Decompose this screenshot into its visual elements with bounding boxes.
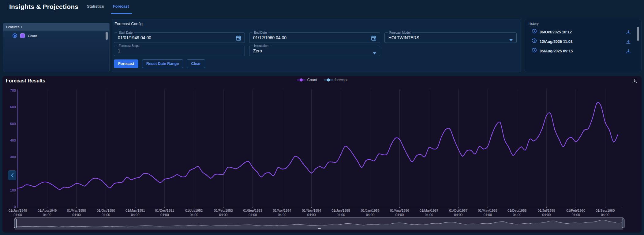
svg-text:01/Jun/1955: 01/Jun/1955 <box>331 209 350 212</box>
history-scrollbar[interactable] <box>637 27 639 41</box>
svg-text:04:00: 04:00 <box>102 213 110 217</box>
history-timestamp: 06/Oct/2025 10:12 <box>540 30 626 34</box>
feature-color-swatch <box>20 33 25 38</box>
chevron-down-icon[interactable] <box>509 37 513 43</box>
svg-text:100: 100 <box>10 188 16 192</box>
forecast-button[interactable]: Forecast <box>114 59 138 68</box>
forecast-results-panel: 01/Jan/194904:0001/Aug/194904:0001/Mar/1… <box>2 76 642 233</box>
svg-text:01/Oct/1957: 01/Oct/1957 <box>449 209 467 212</box>
chevron-down-icon[interactable] <box>373 50 376 56</box>
features-scrollbar[interactable] <box>106 32 108 40</box>
svg-text:04:00: 04:00 <box>366 213 375 217</box>
svg-text:04:00: 04:00 <box>484 213 492 217</box>
svg-text:01/Dec/1951: 01/Dec/1951 <box>155 209 174 212</box>
svg-text:01/Jul/1952: 01/Jul/1952 <box>185 209 203 212</box>
svg-text:01/Jul/1959: 01/Jul/1959 <box>538 209 555 212</box>
svg-text:01/Sep/1953: 01/Sep/1953 <box>243 209 262 212</box>
reset-date-range-button[interactable]: Reset Date Range <box>142 59 183 68</box>
calendar-icon[interactable] <box>235 35 242 42</box>
forecast-config-panel: Forecast Config Start Date 01/01/1949 04… <box>112 19 521 72</box>
svg-text:04:00: 04:00 <box>219 213 228 217</box>
svg-text:01/Jan/1956: 01/Jan/1956 <box>361 209 380 212</box>
history-item[interactable]: 05/Aug/2025 09:15 <box>524 46 641 56</box>
svg-text:01/Mar/1957: 01/Mar/1957 <box>420 209 439 212</box>
slider-center-grip[interactable] <box>318 228 321 229</box>
history-timestamp: 05/Aug/2025 09:15 <box>540 49 626 53</box>
svg-text:01/Mar/1950: 01/Mar/1950 <box>67 209 86 212</box>
svg-text:04:00: 04:00 <box>454 213 463 217</box>
tab-statistics[interactable]: Statistics <box>87 4 104 9</box>
imputation-label: Imputation <box>253 44 270 48</box>
svg-text:400: 400 <box>10 138 16 142</box>
forecast-chart[interactable]: 01/Jan/194904:0001/Aug/194904:0001/Mar/1… <box>2 76 642 233</box>
svg-text:01/May/1951: 01/May/1951 <box>125 209 145 212</box>
svg-text:04:00: 04:00 <box>72 213 81 217</box>
end-date-field[interactable]: End Date 01/12/1960 04:00 <box>249 32 380 43</box>
svg-text:04:00: 04:00 <box>278 213 286 217</box>
download-history-button[interactable] <box>626 49 631 54</box>
svg-text:04:00: 04:00 <box>513 213 522 217</box>
history-clock-icon <box>532 29 537 35</box>
calendar-icon[interactable] <box>371 35 377 42</box>
legend-item-forecast[interactable]: forecast <box>324 78 348 82</box>
svg-text:0: 0 <box>14 205 16 209</box>
svg-text:01/May/1958: 01/May/1958 <box>478 209 498 212</box>
svg-text:04:00: 04:00 <box>249 213 257 217</box>
clear-button[interactable]: Clear <box>187 59 205 68</box>
history-clock-icon <box>532 38 537 45</box>
legend-marker-icon <box>324 78 333 82</box>
slider-handle-right[interactable] <box>622 219 624 228</box>
features-panel: Features 1 Count <box>3 23 110 71</box>
chart-title: Forecast Results <box>6 78 45 84</box>
imputation-select[interactable]: Imputation Zero <box>249 46 380 56</box>
active-tab-indicator <box>111 13 132 14</box>
svg-text:700: 700 <box>10 89 16 92</box>
svg-text:01/Feb/1960: 01/Feb/1960 <box>566 209 585 212</box>
feature-label: Count <box>28 34 37 38</box>
svg-text:01/Sep/1960: 01/Sep/1960 <box>596 209 615 212</box>
svg-text:04:00: 04:00 <box>190 213 198 217</box>
svg-text:01/Aug/1956: 01/Aug/1956 <box>390 209 409 212</box>
download-chart-button[interactable] <box>632 78 637 84</box>
feature-radio[interactable] <box>13 33 17 38</box>
download-history-button[interactable] <box>626 30 631 35</box>
forecast-steps-field[interactable]: Forecast Steps 1 <box>114 46 245 56</box>
svg-text:01/Jan/1949: 01/Jan/1949 <box>9 209 27 212</box>
download-history-button[interactable] <box>626 39 631 44</box>
count-series-line <box>18 102 618 189</box>
svg-text:01/Dec/1958: 01/Dec/1958 <box>507 209 526 212</box>
history-timestamp: 12/Aug/2025 11:03 <box>540 40 626 44</box>
end-date-value[interactable]: 01/12/1960 04:00 <box>249 33 380 40</box>
legend-label: forecast <box>335 78 348 82</box>
features-panel-header: Features 1 <box>3 23 109 31</box>
svg-text:04:00: 04:00 <box>337 213 345 217</box>
legend-item-count[interactable]: Count <box>297 78 317 82</box>
collapse-panel-button[interactable] <box>8 170 16 180</box>
svg-text:300: 300 <box>10 155 16 159</box>
radio-dot <box>14 35 16 37</box>
forecast-model-label: Forecast Model <box>388 31 412 35</box>
forecast-model-select[interactable]: Forecast Model HOLTWINTERS <box>384 32 517 43</box>
svg-text:01/Nov/1954: 01/Nov/1954 <box>302 209 321 212</box>
start-date-field[interactable]: Start Date 01/01/1949 04:00 <box>114 32 245 43</box>
history-panel: history 06/Oct/2025 10:12 12/Aug/2025 11… <box>524 19 642 72</box>
legend-label: Count <box>307 78 317 82</box>
slider-handle-left[interactable] <box>14 219 17 228</box>
history-list: 06/Oct/2025 10:12 12/Aug/2025 11:03 05/A… <box>524 27 641 56</box>
svg-text:04:00: 04:00 <box>601 213 609 217</box>
feature-item-count[interactable]: Count <box>3 31 109 38</box>
chevron-left-icon <box>11 173 14 178</box>
history-item[interactable]: 06/Oct/2025 10:12 <box>524 27 641 37</box>
svg-text:01/Feb/1953: 01/Feb/1953 <box>214 209 233 212</box>
tab-forecast[interactable]: Forecast <box>113 4 129 9</box>
svg-text:500: 500 <box>10 122 16 126</box>
svg-text:01/Aug/1949: 01/Aug/1949 <box>38 209 57 212</box>
svg-text:04:00: 04:00 <box>43 213 51 217</box>
history-item[interactable]: 12/Aug/2025 11:03 <box>524 37 641 46</box>
svg-text:600: 600 <box>10 105 16 109</box>
page-title: Insights & Projections <box>9 3 78 10</box>
start-date-label: Start Date <box>117 31 134 35</box>
svg-text:04:00: 04:00 <box>160 213 169 217</box>
svg-text:01/Apr/1954: 01/Apr/1954 <box>273 209 291 212</box>
history-clock-icon <box>532 48 537 54</box>
